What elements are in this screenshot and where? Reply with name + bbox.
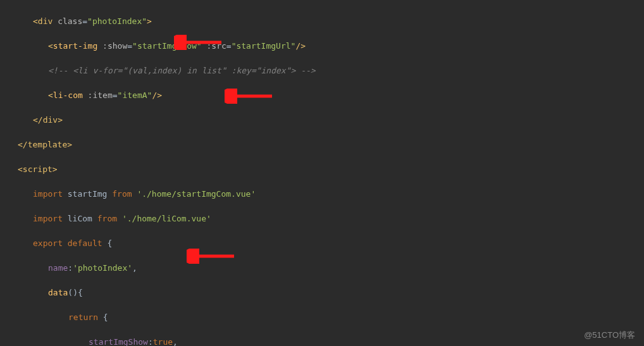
code-line: import liCom from './home/liCom.vue' — [0, 213, 644, 225]
code-line-comment: <!-- <li v-for="(val,index) in list" :ke… — [0, 65, 644, 77]
code-line: import startImg from './home/startImgCom… — [0, 188, 644, 201]
code-line: <start-img :show="startImgShow" :src="st… — [0, 40, 644, 53]
code-line: name:'photoIndex', — [0, 262, 644, 275]
code-line: data(){ — [0, 287, 644, 299]
code-line: return { — [0, 311, 644, 324]
code-line: <li-com :item="itemA"/> — [0, 89, 644, 102]
code-line: </template> — [0, 139, 644, 151]
code-editor[interactable]: <div class="photoIndex"> <start-img :sho… — [0, 0, 644, 346]
code-line: <div class="photoIndex"> — [0, 15, 644, 28]
code-line: export default { — [0, 237, 644, 250]
watermark: @51CTO博客 — [584, 329, 635, 342]
code-line: <script> — [0, 163, 644, 176]
code-line: startImgShow:true, — [0, 336, 644, 347]
code-line: </div> — [0, 114, 644, 127]
